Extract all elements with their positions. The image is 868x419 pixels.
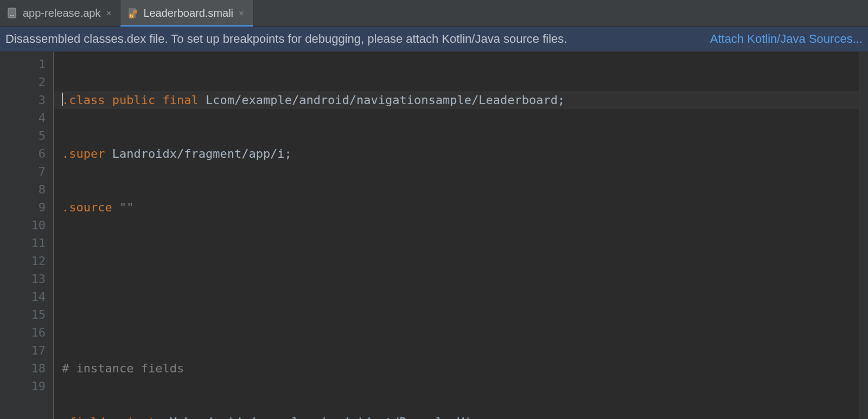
editor-tabs: app-release.apk × S Leaderboard.smali × — [0, 0, 868, 27]
tab-label: app-release.apk — [23, 8, 100, 18]
gutter-line-number[interactable]: 14 — [0, 288, 46, 306]
gutter-line-number[interactable]: 17 — [0, 341, 46, 359]
marker-strip[interactable] — [859, 52, 868, 419]
gutter-line-number[interactable]: 3 — [0, 91, 46, 109]
svg-rect-7 — [133, 10, 137, 14]
gutter-line-number[interactable]: 1 — [0, 55, 46, 73]
gutter-line-number[interactable]: 11 — [0, 234, 46, 252]
code-line-1[interactable]: .class public final Lcom/example/android… — [54, 91, 859, 109]
gutter-line-number[interactable]: 9 — [0, 198, 46, 216]
code-view[interactable]: .class public final Lcom/example/android… — [54, 52, 859, 419]
code-line-5[interactable] — [62, 306, 859, 324]
svg-point-3 — [12, 15, 14, 17]
gutter-line-number[interactable]: 7 — [0, 163, 46, 181]
gutter-line-number[interactable]: 13 — [0, 270, 46, 288]
svg-point-2 — [10, 15, 12, 17]
banner-message: Disassembled classes.dex file. To set up… — [5, 32, 567, 46]
gutter-line-number[interactable]: 8 — [0, 181, 46, 198]
attach-sources-link[interactable]: Attach Kotlin/Java Sources... — [710, 32, 863, 46]
gutter[interactable]: 12345678910111213141516171819 — [0, 52, 54, 419]
info-banner: Disassembled classes.dex file. To set up… — [0, 27, 868, 52]
gutter-line-number[interactable]: 10 — [0, 216, 46, 234]
gutter-line-number[interactable]: 5 — [0, 127, 46, 145]
code-line-2[interactable]: .super Landroidx/fragment/app/i; — [62, 145, 859, 163]
gutter-line-number[interactable]: 15 — [0, 306, 46, 324]
smali-file-icon: S — [127, 7, 139, 19]
gutter-line-number[interactable]: 18 — [0, 359, 46, 377]
code-line-6[interactable]: # instance fields — [62, 359, 859, 377]
gutter-line-number[interactable]: 6 — [0, 145, 46, 163]
svg-rect-0 — [8, 8, 16, 18]
svg-text:S: S — [130, 14, 133, 18]
close-icon[interactable]: × — [238, 9, 245, 18]
gutter-line-number[interactable]: 19 — [0, 377, 46, 395]
gutter-line-number[interactable]: 16 — [0, 324, 46, 341]
apk-file-icon — [7, 7, 18, 19]
close-icon[interactable]: × — [105, 9, 112, 18]
code-line-7[interactable]: .field private Y:Landroidx/recyclerview/… — [62, 413, 859, 419]
editor-area: 12345678910111213141516171819 .class pub… — [0, 52, 868, 419]
tab-leaderboard-smali[interactable]: S Leaderboard.smali × — [120, 0, 253, 26]
gutter-line-number[interactable]: 4 — [0, 109, 46, 127]
tab-label: Leaderboard.smali — [143, 8, 233, 18]
gutter-line-number[interactable]: 2 — [0, 73, 46, 91]
code-line-4[interactable] — [62, 252, 859, 270]
gutter-line-number[interactable]: 12 — [0, 252, 46, 270]
tab-app-release-apk[interactable]: app-release.apk × — [0, 0, 120, 26]
code-line-3[interactable]: .source "" — [62, 198, 859, 216]
